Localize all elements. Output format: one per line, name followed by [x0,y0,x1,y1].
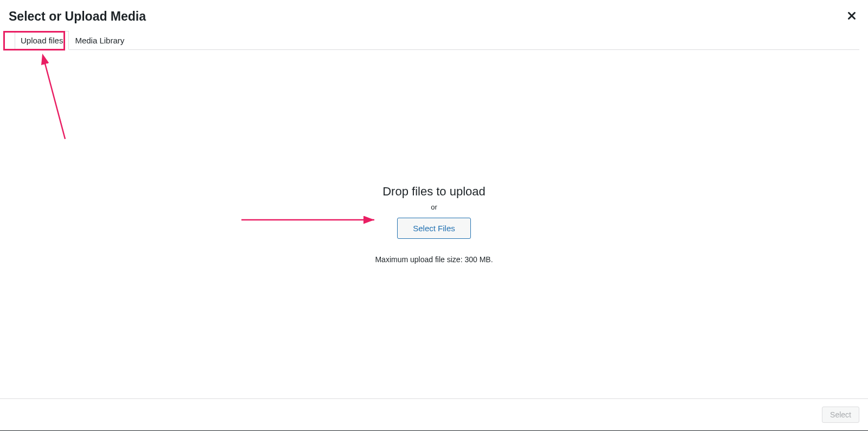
or-text: or [375,203,493,211]
drop-files-title: Drop files to upload [375,185,493,199]
tab-upload-files[interactable]: Upload files [15,31,69,50]
upload-area[interactable]: Drop files to upload or Select Files Max… [375,185,493,264]
tabs: Upload files Media Library [9,30,859,50]
max-upload-size-text: Maximum upload file size: 300 MB. [375,255,493,264]
modal-title: Select or Upload Media [9,9,859,25]
tab-media-library[interactable]: Media Library [69,31,130,50]
select-button[interactable]: Select [822,407,859,423]
close-button[interactable] [842,7,861,26]
select-files-button[interactable]: Select Files [397,218,471,239]
modal-footer: Select [0,398,868,430]
close-icon [847,11,856,22]
media-modal: Select or Upload Media Upload files Medi… [0,0,868,431]
modal-header: Select or Upload Media Upload files Medi… [0,0,868,50]
content-area: Drop files to upload or Select Files Max… [0,50,868,398]
